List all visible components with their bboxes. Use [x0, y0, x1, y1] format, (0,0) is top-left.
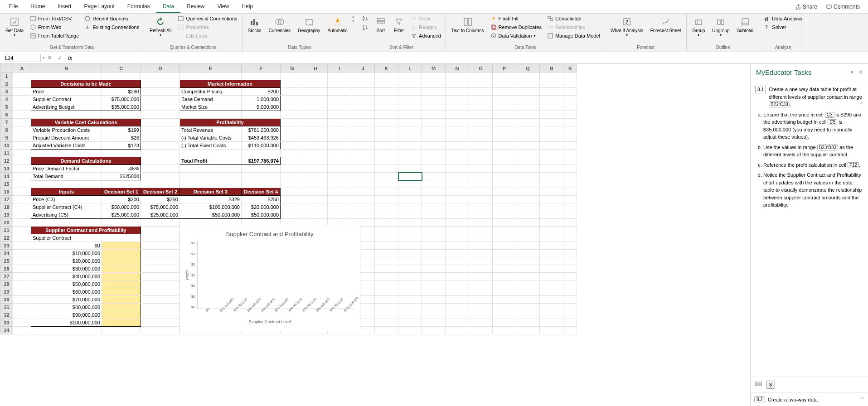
cell-Q7[interactable] [516, 119, 540, 126]
cell-N20[interactable] [446, 219, 469, 227]
cell-J13[interactable] [351, 165, 375, 173]
cell-C20[interactable] [102, 219, 141, 227]
cell-P33[interactable] [493, 319, 516, 327]
datatype-up-icon[interactable]: ▴ [352, 14, 354, 19]
cell-S29[interactable] [563, 288, 577, 296]
tab-insert[interactable]: Insert [51, 0, 78, 13]
cell-P26[interactable] [493, 265, 516, 273]
cell-S27[interactable] [563, 273, 577, 280]
cell-N5[interactable] [446, 103, 469, 111]
cell-D20[interactable] [141, 219, 180, 227]
cell-D30[interactable] [141, 296, 180, 304]
col-header-L[interactable]: L [398, 64, 422, 72]
cell-P2[interactable] [493, 80, 516, 88]
cell-A23[interactable] [13, 242, 31, 250]
cell-A21[interactable] [13, 227, 31, 234]
cell-R13[interactable] [540, 165, 563, 173]
cell-S22[interactable] [563, 234, 577, 242]
cell-D16[interactable]: Decision Set 2 [141, 188, 180, 196]
cell-K31[interactable] [375, 304, 398, 311]
cell-I1[interactable] [328, 72, 351, 80]
tab-home[interactable]: Home [24, 0, 51, 13]
cell-O25[interactable] [469, 257, 493, 265]
cell-L33[interactable] [398, 319, 422, 327]
cell-C24[interactable] [102, 250, 141, 257]
geography-button[interactable]: Geography [295, 14, 323, 35]
cell-E15[interactable] [180, 180, 242, 188]
cell-C3[interactable]: $290 [102, 88, 141, 96]
cell-P15[interactable] [493, 180, 516, 188]
cell-K2[interactable] [375, 80, 398, 88]
cell-D2[interactable] [141, 80, 180, 88]
cell-P31[interactable] [493, 304, 516, 311]
cell-A9[interactable] [13, 134, 31, 142]
cell-J9[interactable] [351, 134, 375, 142]
cell-E5[interactable]: Market Size [180, 103, 242, 111]
cell-Q22[interactable] [516, 234, 540, 242]
cell-R14[interactable] [540, 173, 563, 180]
cell-R17[interactable] [540, 196, 563, 203]
cell-R30[interactable] [540, 296, 563, 304]
cell-M11[interactable] [422, 150, 446, 157]
cell-R8[interactable] [540, 126, 563, 134]
cell-K29[interactable] [375, 288, 398, 296]
cell-Q4[interactable] [516, 96, 540, 103]
cell-Q5[interactable] [516, 103, 540, 111]
cell-P25[interactable] [493, 257, 516, 265]
cell-D31[interactable] [141, 304, 180, 311]
cell-D10[interactable] [141, 142, 180, 150]
cell-K25[interactable] [375, 257, 398, 265]
text-to-columns-button[interactable]: Text to Columns [449, 14, 487, 35]
cell-F11[interactable] [242, 150, 281, 157]
cell-B21[interactable]: Supplier Contract and Profitability [31, 227, 141, 234]
cell-A7[interactable] [13, 119, 31, 126]
cell-L2[interactable] [398, 80, 422, 88]
cell-P12[interactable] [493, 157, 516, 165]
cell-E4[interactable]: Base Demand [180, 96, 242, 103]
cell-R29[interactable] [540, 288, 563, 296]
cell-H18[interactable] [304, 203, 328, 211]
cell-F9[interactable]: $453,463,926 [242, 134, 281, 142]
cell-O1[interactable] [469, 72, 493, 80]
cell-S15[interactable] [563, 180, 577, 188]
cell-B34[interactable] [31, 327, 102, 334]
cell-N26[interactable] [446, 265, 469, 273]
cell-Q11[interactable] [516, 150, 540, 157]
cell-F12[interactable]: $197,786,074 [242, 157, 281, 165]
cell-L22[interactable] [398, 234, 422, 242]
cell-D33[interactable] [141, 319, 180, 327]
cell-D24[interactable] [141, 250, 180, 257]
cell-P3[interactable] [493, 88, 516, 96]
cell-L6[interactable] [398, 111, 422, 119]
cell-C25[interactable] [102, 257, 141, 265]
cell-B28[interactable]: $50,000,000 [31, 280, 102, 288]
cell-B32[interactable]: $90,000,000 [31, 311, 102, 319]
cell-E16[interactable]: Decision Set 3 [180, 188, 242, 196]
cell-D11[interactable] [141, 150, 180, 157]
cell-N28[interactable] [446, 280, 469, 288]
cell-C13[interactable]: -45% [102, 165, 141, 173]
cell-L5[interactable] [398, 103, 422, 111]
tab-review[interactable]: Review [180, 0, 211, 13]
cell-B6[interactable] [31, 111, 102, 119]
row-header-19[interactable]: 19 [0, 211, 13, 219]
data-validation-button[interactable]: Data Validation ▾ [489, 32, 543, 40]
cell-R33[interactable] [540, 319, 563, 327]
cell-J6[interactable] [351, 111, 375, 119]
cell-D17[interactable]: $250 [141, 196, 180, 203]
cell-A4[interactable] [13, 96, 31, 103]
row-header-30[interactable]: 30 [0, 296, 13, 304]
col-header-K[interactable]: K [375, 64, 398, 72]
cell-D19[interactable]: $25,000,000 [141, 211, 180, 219]
cell-J15[interactable] [351, 180, 375, 188]
cell-B16[interactable]: Inputs [31, 188, 102, 196]
cell-H9[interactable] [304, 134, 328, 142]
cell-B3[interactable]: Price [31, 88, 102, 96]
cell-I5[interactable] [328, 103, 351, 111]
cell-N13[interactable] [446, 165, 469, 173]
cell-C33[interactable] [102, 319, 141, 327]
cell-K4[interactable] [375, 96, 398, 103]
task-pane-dropdown-icon[interactable]: ▾ [851, 69, 853, 75]
cell-J1[interactable] [351, 72, 375, 80]
cell-B4[interactable]: Supplier Contract [31, 96, 102, 103]
